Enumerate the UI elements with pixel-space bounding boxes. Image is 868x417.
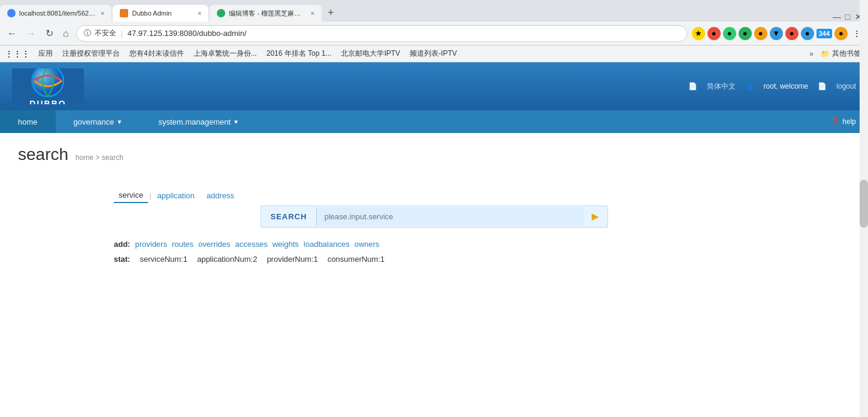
bm-bjdx[interactable]: 北京邮电大学IPTV [338,47,403,60]
url-sep: | [120,29,124,38]
header-right: 📄 简体中文 👤 root, welcome 📄 logout [688,81,856,92]
bm-2016[interactable]: 2016 年排名 Top 1... [264,47,334,60]
folder-icon: 📁 [821,50,830,58]
breadcrumb-sep: > [95,153,99,162]
dubbo-logo: DUBBO [12,68,84,104]
add-loadbalances[interactable]: loadbalances [304,240,350,249]
breadcrumb-current: search [102,153,123,162]
tab1-icon [7,9,16,17]
add-owners[interactable]: owners [354,240,379,249]
tab-address[interactable]: address [202,189,239,203]
tab3-label: 编辑博客 - 榴莲黑芝麻糊的个人... [229,9,307,18]
bookmarks-bar: ⋮⋮⋮ 应用 注册授权管理平台 您有4封未读信件 上海卓繁统一身份... 201… [0,46,868,62]
minimize-button[interactable]: — [832,12,842,22]
tab-bar: localhost:8081/item/562379 × Dubbo Admin… [0,0,868,22]
tab-2[interactable]: Dubbo Admin × [113,5,208,22]
search-tabs: service | application address [114,188,239,203]
addon3-icon[interactable]: ● [739,27,752,40]
security-label: 不安全 [95,28,116,38]
tab1-label: localhost:8081/item/562379 [19,10,97,17]
tab2-label: Dubbo Admin [132,10,171,17]
bm-other[interactable]: 📁 其他书签 [818,47,863,60]
add-providers[interactable]: providers [135,240,167,249]
page-title: search [18,145,68,164]
logo-sphere [31,68,65,98]
tab3-icon [217,9,225,17]
breadcrumb: home > search [75,153,123,162]
help-icon: ❓ [831,117,840,126]
addon4-icon[interactable]: ● [754,27,767,40]
stat-application: applicationNum:2 [197,255,257,264]
addon5-icon[interactable]: ▼ [770,27,783,40]
home-nav-button[interactable]: ⌂ [61,27,71,40]
add-weights[interactable]: weights [273,240,299,249]
app-header: DUBBO 📄 简体中文 👤 root, welcome 📄 logout [0,62,868,110]
logout-link[interactable]: logout [836,82,856,90]
tab1-close[interactable]: × [101,10,104,17]
star-icon[interactable]: ★ [692,27,705,40]
reload-button[interactable]: ↻ [43,26,56,40]
tab2-icon [120,9,128,17]
nav-system-label: system.management [158,117,231,126]
nav-home[interactable]: home [0,110,56,133]
add-routes[interactable]: routes [172,240,193,249]
search-box: SEARCH ► [261,206,608,228]
url-bar[interactable]: ⓘ 不安全 | 47.97.125.139:8080/dubbo-admin/ [76,25,687,42]
tab2-close[interactable]: × [198,10,201,17]
browser-frame: localhost:8081/item/562379 × Dubbo Admin… [0,0,868,417]
lang-link[interactable]: 简体中文 [707,81,736,92]
bm-reg[interactable]: 注册授权管理平台 [60,47,122,60]
help-button[interactable]: ❓ help [831,117,856,126]
nav-bar: home governance ▼ system.management ▼ ❓ … [0,110,868,133]
addon6-icon[interactable]: ● [785,27,799,40]
bm-shanghai[interactable]: 上海卓繁统一身份... [191,47,259,60]
new-tab-button[interactable]: + [323,7,339,19]
addon2-icon[interactable]: ● [723,27,736,40]
maximize-button[interactable]: □ [843,12,852,22]
nav-governance-label: governance [74,117,114,126]
security-icon: ⓘ [84,28,91,38]
search-button[interactable]: SEARCH [261,207,317,226]
search-input[interactable] [317,207,583,226]
addon1-icon[interactable]: ● [707,27,721,40]
tab-3[interactable]: 编辑博客 - 榴莲黑芝麻糊的个人... × [210,5,321,22]
user-label: root, welcome [764,82,809,90]
url-text: 47.97.125.139:8080/dubbo-admin/ [128,29,247,38]
scrollbar[interactable] [860,0,868,417]
bm-apps[interactable]: 应用 [36,47,55,60]
stat-consumer: consumerNum:1 [328,255,385,264]
user-icon: 👤 [745,82,754,90]
tab-sep-1: | [148,191,152,200]
add-accesses[interactable]: accesses [235,240,268,249]
nav-governance[interactable]: governance ▼ [56,110,141,133]
addon8-icon[interactable]: ● [834,27,848,40]
nav-home-label: home [18,117,38,126]
tab-1[interactable]: localhost:8081/item/562379 × [0,5,111,22]
logo-text: DUBBO [29,99,66,104]
apps-icon[interactable]: ⋮⋮⋮ [5,49,30,59]
breadcrumb-home[interactable]: home [75,153,93,162]
lang-icon: 📄 [688,82,697,90]
page-title-area: search home > search [18,145,850,164]
tab-service[interactable]: service [114,188,148,203]
nav-system[interactable]: system.management ▼ [140,110,257,133]
add-label: add: [114,240,130,249]
addon7-icon[interactable]: ● [801,27,814,40]
tab3-close[interactable]: × [310,10,314,17]
toolbar-icons: ★ ● ● ● ● ▼ ● ● 344 ● ⋮ [692,27,863,40]
stat-label: stat: [114,255,130,264]
forward-button[interactable]: → [24,27,38,40]
search-go-button[interactable]: ► [583,206,607,227]
scrollbar-thumb[interactable] [860,180,868,228]
add-row: add: providers routes overrides accesses… [114,240,379,249]
tab-application[interactable]: application [153,189,199,203]
bm-more[interactable]: » [809,50,813,58]
bm-mail[interactable]: 您有4封未读信件 [127,47,186,60]
bm-iptv[interactable]: 频道列表-IPTV [407,47,459,60]
address-bar: ← → ↻ ⌂ ⓘ 不安全 | 47.97.125.139:8080/dubbo… [0,22,868,46]
add-overrides[interactable]: overrides [198,240,230,249]
page-content: search home > search service | applicati… [0,133,868,417]
search-go-icon: ► [589,210,601,223]
stat-row: stat: serviceNum:1 applicationNum:2 prov… [114,255,385,264]
back-button[interactable]: ← [5,27,19,40]
